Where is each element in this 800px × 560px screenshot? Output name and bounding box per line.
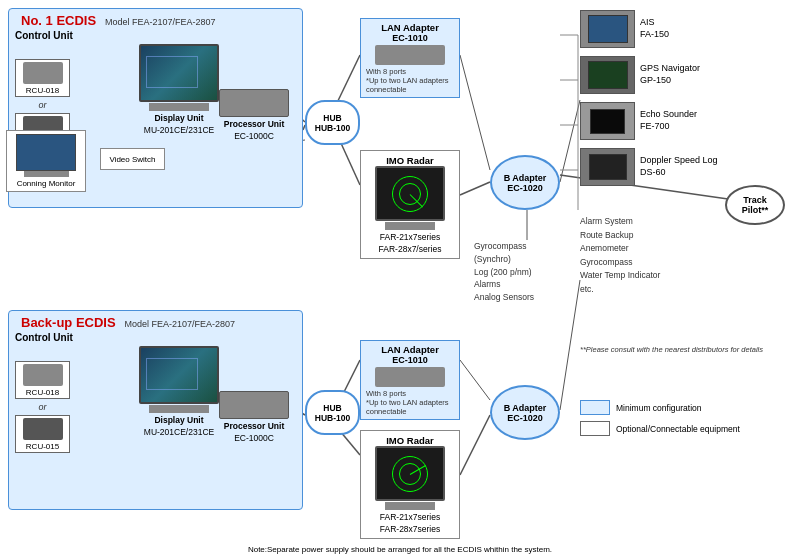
processor-unit-2-label: Processor Unit [224, 421, 284, 431]
b-adapter1-label: B Adapter [504, 173, 547, 183]
misc-line2: Route Backup [580, 229, 660, 243]
or-text: or [38, 100, 46, 110]
processor-box-1 [219, 89, 289, 117]
bottom-note-text: Note:Separate power supply should be arr… [248, 545, 552, 554]
display-map-1 [141, 46, 217, 100]
ais-device-img [580, 10, 635, 48]
rcu015-label-2: RCU-015 [26, 442, 59, 451]
display-map-2 [141, 348, 217, 402]
radar2-base [385, 502, 435, 510]
rcu018-box-2: RCU-018 [15, 361, 70, 399]
display-unit-1-label: Display Unit [154, 113, 203, 123]
bottom-note: Note:Separate power supply should be arr… [8, 545, 792, 554]
lan1-note: With 8 ports [364, 67, 456, 76]
b-adapter2-model: EC-1020 [507, 413, 543, 423]
misc-labels: Alarm System Route Backup Anemometer Gyr… [580, 215, 660, 297]
lan1-title: LAN Adapter [364, 22, 456, 33]
radar2-box: IMO Radar FAR-21x7series FAR-28x7series [360, 430, 460, 539]
svg-line-17 [460, 360, 490, 400]
conning-monitor-label: Conning Monitor [17, 179, 76, 188]
display-screen-1 [139, 44, 219, 102]
or-text-2: or [38, 402, 46, 412]
lan1-model: EC-1010 [364, 33, 456, 43]
radar1-title: IMO Radar [365, 155, 455, 166]
hub1-label: HUB [323, 113, 341, 123]
radar1-box: IMO Radar FAR-21x7series FAR-28x7/series [360, 150, 460, 259]
hub2-model: HUB-100 [315, 413, 350, 423]
rcu015-icon-2 [23, 418, 63, 440]
rcu018-icon [23, 62, 63, 84]
track-pilot-label2: Pilot** [742, 205, 769, 215]
lan2-note2: *Up to two LAN adapters connectable [364, 398, 456, 416]
svg-line-10 [560, 100, 580, 182]
misc-line5: Water Temp Indicator [580, 269, 660, 283]
backup-ecdis-title: Back-up ECDIS [15, 311, 122, 330]
hub1-model: HUB-100 [315, 123, 350, 133]
rcu015-box-2: RCU-015 [15, 415, 70, 453]
video-switch-box: Video Switch [100, 148, 165, 170]
center-info-line4: Analog Sensors [474, 291, 564, 304]
radar2-title: IMO Radar [365, 435, 455, 446]
lan2-note: With 8 ports [364, 389, 456, 398]
lan1-box: LAN Adapter EC-1010 With 8 ports *Up to … [360, 18, 460, 98]
radar1-screen [375, 166, 445, 221]
processor-unit-2: Processor Unit EC-1000C [219, 391, 289, 443]
gps-device-img [580, 56, 635, 94]
legend-empty-box [580, 421, 610, 436]
backup-control-unit-label: Control Unit [9, 330, 302, 345]
b-adapter2-label: B Adapter [504, 403, 547, 413]
no1-control-unit-label: Control Unit [9, 28, 302, 43]
legend-filled-label: Minimum configuration [616, 403, 702, 413]
conning-screen [16, 134, 76, 171]
ais-label: AIS FA-150 [640, 17, 669, 40]
lan2-box: LAN Adapter EC-1010 With 8 ports *Up to … [360, 340, 460, 420]
video-switch-label: Video Switch [109, 155, 155, 164]
rcu018-box: RCU-018 [15, 59, 70, 97]
rcu018-icon-2 [23, 364, 63, 386]
right-device-echo: Echo Sounder FE-700 [580, 102, 760, 140]
disclaimer: **Please consult with the nearest distri… [580, 345, 780, 354]
backup-ecdis-section: Back-up ECDIS Model FEA-2107/FEA-2807 Co… [8, 310, 303, 510]
radar2-screen [375, 446, 445, 501]
backup-ecdis-model: Model FEA-2107/FEA-2807 [124, 319, 235, 329]
legend-filled-box [580, 400, 610, 415]
hub2-box: HUB HUB-100 [305, 390, 360, 435]
svg-line-18 [460, 415, 490, 475]
processor-box-2 [219, 391, 289, 419]
hub2-label: HUB [323, 403, 341, 413]
svg-line-9 [460, 182, 490, 195]
radar2-series2: FAR-28x7series [365, 524, 455, 534]
legend: Minimum configuration Optional/Connectab… [580, 400, 780, 442]
lan1-image [375, 45, 445, 65]
display-stand-2 [149, 405, 209, 413]
lan2-image [375, 367, 445, 387]
center-info-line2: Log (200 p/nm) [474, 266, 564, 279]
right-device-gps: GPS Navigator GP-150 [580, 56, 760, 94]
display-unit-2-label: Display Unit [154, 415, 203, 425]
lan2-title: LAN Adapter [364, 344, 456, 355]
echo-device-img [580, 102, 635, 140]
no1-ecdis-title: No. 1 ECDIS [15, 9, 102, 28]
conning-stand [24, 171, 69, 177]
rcu018-label: RCU-018 [26, 86, 59, 95]
center-info-line3: Alarms [474, 278, 564, 291]
radar1-base [385, 222, 435, 230]
doppler-screen [589, 154, 627, 180]
radar2-series: FAR-21x7series [365, 512, 455, 522]
track-pilot: Track Pilot** [725, 185, 785, 225]
misc-line1: Alarm System [580, 215, 660, 229]
display-unit-1-model: MU-201CE/231CE [144, 125, 214, 135]
no1-ecdis-model: Model FEA-2107/FEA-2807 [105, 17, 216, 27]
disclaimer-text: **Please consult with the nearest distri… [580, 345, 763, 354]
processor-unit-1: Processor Unit EC-1000C [219, 89, 289, 141]
display-unit-2-model: MU-201CE/231CE [144, 427, 214, 437]
center-info-line1: Gyrocompass (Synchro) [474, 240, 564, 266]
legend-empty-label: Optional/Connectable equipment [616, 424, 740, 434]
radar1-series: FAR-21x7series [365, 232, 455, 242]
b-adapter2: B Adapter EC-1020 [490, 385, 560, 440]
b-adapter1-model: EC-1020 [507, 183, 543, 193]
lan1-note2: *Up to two LAN adapters connectable [364, 76, 456, 94]
hub1-box: HUB HUB-100 [305, 100, 360, 145]
svg-line-8 [460, 55, 490, 170]
echo-screen [590, 109, 625, 134]
